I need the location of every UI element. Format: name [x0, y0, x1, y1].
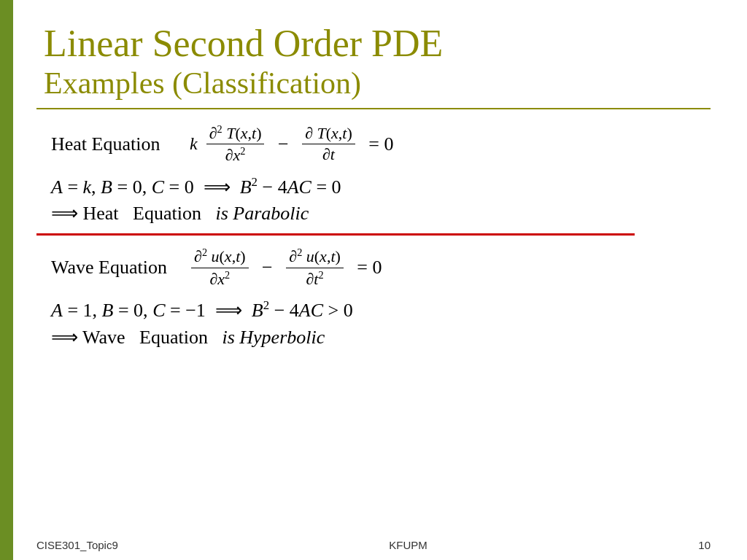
title-section: Linear Second Order PDE Examples (Classi… [44, 22, 711, 101]
wave-equation-row: Wave Equation ∂2 u(x,t) ∂x2 − ∂2 u(x,t) … [51, 246, 711, 289]
footer-left: CISE301_Topic9 [36, 539, 118, 551]
wave-equation-label: Wave Equation [51, 257, 182, 279]
heat-frac2-num: ∂ T(x,t) [302, 123, 355, 144]
footer: CISE301_Topic9 KFUPM 10 [36, 539, 711, 551]
wave-frac2-den: ∂t2 [303, 268, 326, 289]
red-divider [36, 233, 635, 236]
wave-condition-row: A = 1, B = 0, C = −1 ⟹ B2 − 4AC > 0 [51, 298, 711, 322]
heat-equation-row: Heat Equation k ∂2 T(x,t) ∂x2 − ∂ T(x,t)… [51, 122, 711, 166]
wave-frac2-num: ∂2 u(x,t) [286, 246, 344, 268]
wave-frac1-num: ∂2 u(x,t) [191, 246, 249, 268]
title-line2: Examples (Classification) [44, 66, 711, 101]
wave-fraction2: ∂2 u(x,t) ∂t2 [286, 246, 344, 289]
heat-fraction2: ∂ T(x,t) ∂t [302, 123, 355, 165]
title-divider [36, 108, 711, 109]
heat-minus: − [273, 133, 293, 155]
heat-k: k [190, 134, 198, 154]
footer-center: KFUPM [389, 539, 427, 551]
wave-result-row: ⟹ Wave Equation is Hyperbolic [51, 326, 711, 349]
wave-fraction1: ∂2 u(x,t) ∂x2 [191, 246, 249, 289]
wave-hyperbolic-label: is Hyperbolic [222, 327, 325, 348]
title-line1: Linear Second Order PDE [44, 22, 711, 66]
heat-equation-label: Heat Equation [51, 133, 182, 155]
wave-eq-zero: = 0 [352, 257, 382, 279]
heat-result-row: ⟹ Heat Equation is Parabolic [51, 202, 711, 225]
heat-parabolic-label: is Parabolic [215, 203, 309, 224]
heat-frac1-num: ∂2 T(x,t) [206, 122, 265, 144]
wave-content-area: Wave Equation ∂2 u(x,t) ∂x2 − ∂2 u(x,t) … [44, 246, 711, 348]
heat-frac2-den: ∂t [320, 144, 338, 165]
wave-minus: − [258, 257, 278, 279]
content-area: Heat Equation k ∂2 T(x,t) ∂x2 − ∂ T(x,t)… [44, 122, 711, 225]
heat-fraction1: ∂2 T(x,t) ∂x2 [206, 122, 265, 166]
wave-frac1-den: ∂x2 [206, 268, 233, 289]
footer-right: 10 [698, 539, 711, 551]
heat-frac1-den: ∂x2 [222, 144, 249, 166]
heat-condition-row: A = k, B = 0, C = 0 ⟹ B2 − 4AC = 0 [51, 175, 711, 198]
heat-eq-zero: = 0 [364, 133, 394, 155]
